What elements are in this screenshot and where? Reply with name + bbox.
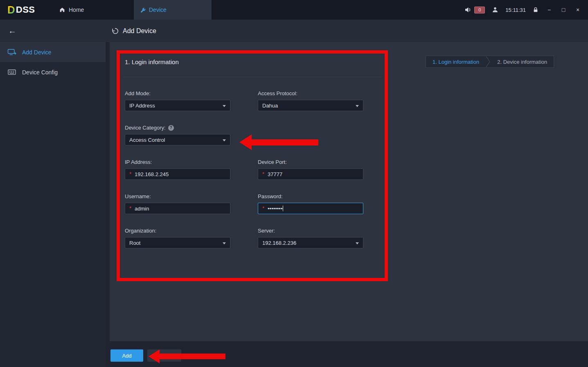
- organization-label: Organization:: [125, 228, 230, 234]
- field-ip-address: IP Address: * 192.168.2.245: [125, 159, 230, 180]
- organization-select[interactable]: Root: [125, 237, 230, 248]
- home-icon: [59, 7, 65, 13]
- device-category-select[interactable]: Access Control: [125, 134, 230, 145]
- section-title: 1. Login information: [125, 58, 179, 65]
- step-separator-icon: [486, 56, 491, 67]
- step-label: 1. Login information: [433, 59, 479, 65]
- password-label: Password:: [258, 193, 363, 199]
- ip-address-label: IP Address:: [125, 159, 230, 165]
- add-mode-label: Add Mode:: [125, 90, 230, 96]
- organization-value: Root: [129, 240, 140, 246]
- back-arrow-button[interactable]: ←: [8, 26, 16, 36]
- required-asterisk: *: [262, 168, 264, 180]
- field-device-category: Device Category: ? Access Control: [125, 125, 230, 145]
- password-input[interactable]: * ••••••••: [258, 203, 363, 214]
- sidebar-item-device-config[interactable]: Device Config: [0, 62, 106, 82]
- speaker-icon: [464, 7, 472, 13]
- access-protocol-label: Access Protocol:: [258, 90, 363, 96]
- add-button[interactable]: Add: [110, 349, 143, 362]
- page-title: Add Device: [123, 27, 156, 35]
- field-add-mode: Add Mode: IP Address: [125, 90, 230, 111]
- device-category-value: Access Control: [129, 137, 165, 143]
- username-value: admin: [135, 206, 149, 212]
- dss-logo-emblem-icon: D: [7, 4, 15, 16]
- ip-address-value: 192.168.2.245: [135, 171, 169, 177]
- field-server: Server: 192.168.2.236: [258, 228, 363, 248]
- add-mode-value: IP Address: [129, 103, 155, 109]
- minimize-button[interactable]: −: [545, 7, 553, 13]
- field-device-port: Device Port: * 37777: [258, 159, 363, 180]
- footer-bar: Add Cancel: [106, 341, 588, 367]
- device-port-input[interactable]: * 37777: [258, 168, 363, 180]
- wrench-icon: [140, 7, 146, 13]
- password-masked-value: ••••••••: [268, 206, 282, 212]
- sidebar-item-label: Device Config: [22, 69, 58, 76]
- titlebar-right: 0 15:11:31 − □ ×: [464, 0, 588, 20]
- cancel-button[interactable]: Cancel: [147, 349, 181, 362]
- server-select[interactable]: 192.168.2.236: [258, 237, 363, 248]
- server-label: Server:: [258, 228, 363, 234]
- required-asterisk: *: [129, 168, 131, 180]
- wizard-steps: 1. Login information 2. Device informati…: [426, 56, 554, 68]
- tab-home[interactable]: Home: [53, 0, 134, 20]
- undo-back-icon[interactable]: [111, 27, 119, 35]
- username-label: Username:: [125, 193, 230, 199]
- sidebar-item-add-device[interactable]: Add Device: [0, 42, 106, 62]
- maximize-button[interactable]: □: [560, 7, 567, 13]
- chevron-down-icon: [356, 242, 359, 244]
- alarm-count-badge: 0: [474, 7, 485, 13]
- dss-logo-text: DSS: [16, 4, 35, 15]
- required-asterisk: *: [262, 203, 264, 214]
- step-device-information[interactable]: 2. Device information: [491, 56, 554, 67]
- text-cursor: [283, 206, 283, 211]
- alarm-indicator[interactable]: 0: [464, 7, 485, 13]
- form-content: 1. Login information 2. Device informati…: [110, 42, 588, 341]
- field-username: Username: * admin: [125, 193, 230, 214]
- step-label: 2. Device information: [497, 59, 547, 65]
- user-icon[interactable]: [492, 7, 498, 13]
- titlebar: D DSS Home Device 0 15:11:: [0, 0, 588, 20]
- tab-device-label: Device: [149, 7, 167, 13]
- body-row: ← Add Device Device Config Add: [0, 20, 588, 367]
- tab-device[interactable]: Device: [134, 0, 212, 20]
- dss-app-window: D DSS Home Device 0 15:11:: [0, 0, 588, 367]
- field-organization: Organization: Root: [125, 228, 230, 248]
- field-access-protocol: Access Protocol: Dahua: [258, 90, 363, 111]
- field-password: Password: * ••••••••: [258, 193, 363, 214]
- add-mode-select[interactable]: IP Address: [125, 100, 230, 111]
- sidebar: ← Add Device Device Config: [0, 20, 106, 367]
- sidebar-item-label: Add Device: [22, 49, 52, 56]
- username-input[interactable]: * admin: [125, 203, 230, 214]
- chevron-down-icon: [223, 139, 226, 141]
- lock-icon[interactable]: [533, 7, 538, 13]
- dss-logo: D DSS: [0, 0, 53, 20]
- access-protocol-value: Dahua: [262, 103, 278, 109]
- close-button[interactable]: ×: [574, 7, 581, 13]
- server-value: 192.168.2.236: [262, 240, 296, 246]
- device-config-icon: [7, 69, 16, 76]
- section-divider: [123, 77, 382, 77]
- clock-time: 15:11:31: [505, 7, 526, 13]
- tab-home-label: Home: [69, 7, 84, 13]
- page-header: Add Device: [106, 20, 588, 42]
- access-protocol-select[interactable]: Dahua: [258, 100, 363, 111]
- step-login-information[interactable]: 1. Login information: [426, 56, 486, 67]
- chevron-down-icon: [356, 105, 359, 107]
- required-asterisk: *: [129, 203, 131, 214]
- chevron-down-icon: [223, 105, 226, 107]
- device-category-label: Device Category:: [125, 125, 166, 131]
- add-device-icon: [7, 49, 16, 56]
- sidebar-header: ←: [0, 20, 106, 42]
- chevron-down-icon: [223, 242, 226, 244]
- help-icon[interactable]: ?: [168, 125, 174, 131]
- device-port-value: 37777: [268, 171, 282, 177]
- ip-address-input[interactable]: * 192.168.2.245: [125, 168, 230, 180]
- device-port-label: Device Port:: [258, 159, 363, 165]
- main-area: Add Device 1. Login information 2. Devic…: [106, 20, 588, 367]
